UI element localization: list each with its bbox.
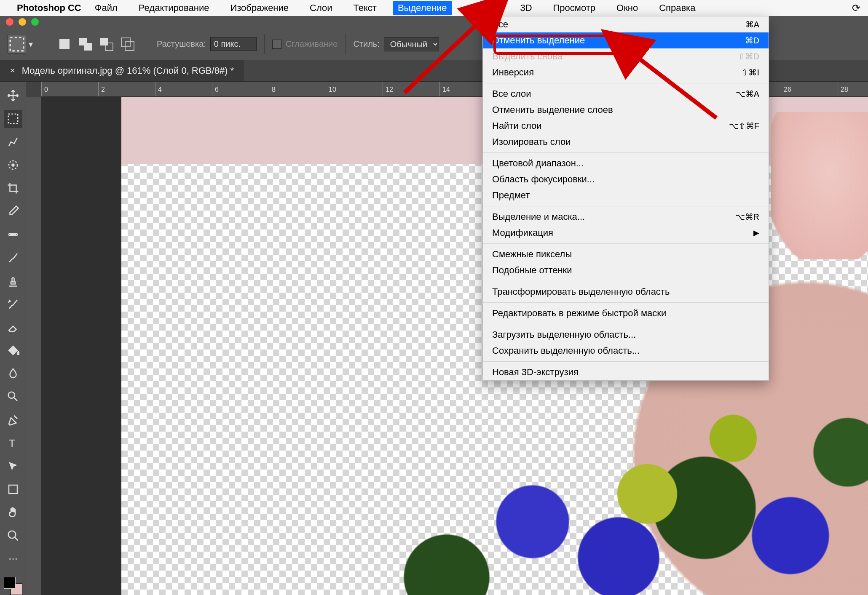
annotation-arrow-1: [0, 0, 868, 595]
svg-line-19: [405, 21, 480, 93]
svg-line-20: [634, 55, 716, 118]
